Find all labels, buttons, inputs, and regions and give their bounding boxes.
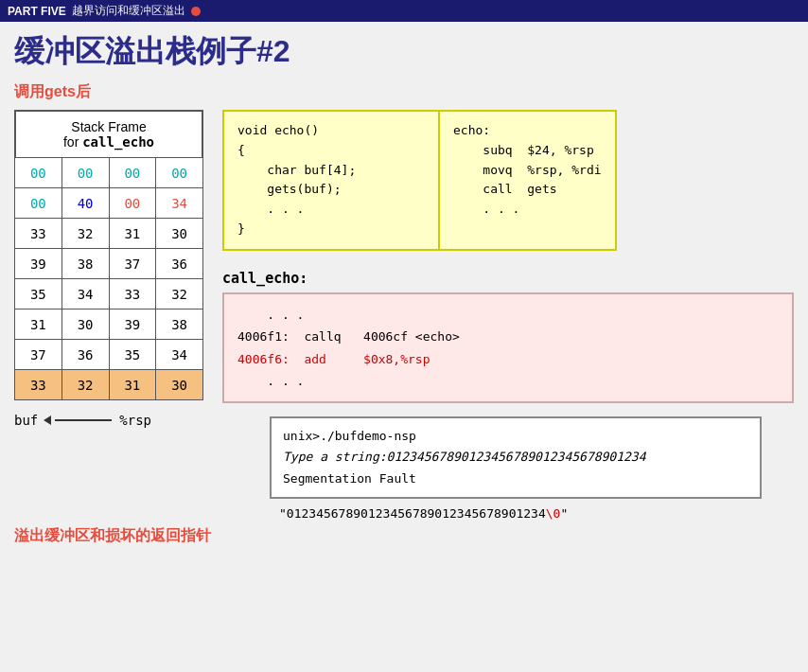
asm-line-2: subq $24, %rsp [453, 143, 594, 157]
part-label: PART FIVE [8, 5, 66, 18]
ce-line-3: 4006f6: add $0x8,%rsp [237, 352, 430, 366]
table-row: 31 30 39 38 [15, 309, 203, 340]
table-row: 39 38 37 36 [15, 249, 203, 279]
arrow-head-icon [44, 416, 51, 425]
string-prefix: "01234567890123456789012345678901234 [279, 506, 546, 521]
stack-cell: 32 [156, 279, 203, 309]
stack-cell: 38 [156, 309, 203, 340]
stack-cell-buf: 30 [156, 370, 203, 400]
stack-frame-title: Stack Frame for call_echo [14, 110, 203, 157]
asm-line-1: echo: [453, 123, 490, 137]
asm-line-3: movq %rsp, %rdi [453, 163, 602, 177]
code-panels-row: void echo() { char buf[4]; gets(buf); . … [222, 110, 794, 251]
top-banner: PART FIVE 越界访问和缓冲区溢出 [0, 0, 808, 22]
stack-cell: 34 [156, 340, 203, 370]
echo-line-1: void echo() [237, 123, 319, 137]
table-row: 35 34 33 32 [15, 279, 203, 309]
echo-line-4: gets(buf); [237, 182, 342, 196]
call-echo-label: call_echo: [222, 270, 794, 287]
stack-cell: 34 [61, 279, 109, 309]
call-echo-box: . . . 4006f1: callq 4006cf <echo> 4006f6… [222, 292, 794, 404]
stack-frame-title-sub: for call_echo [63, 134, 154, 150]
asm-line-4: call gets [453, 182, 557, 196]
stack-cell: 33 [15, 219, 62, 249]
buf-arrow-row: buf %rsp [14, 413, 260, 428]
stack-cell: 00 [15, 188, 62, 219]
asm-line-5: . . . [453, 202, 519, 216]
red-dot-icon [191, 7, 201, 16]
lower-left: buf %rsp [14, 407, 260, 428]
stack-cell: 36 [156, 249, 203, 279]
stack-cell: 30 [61, 309, 109, 340]
rsp-label: %rsp [119, 413, 151, 428]
echo-line-6: } [237, 221, 245, 236]
content-row: Stack Frame for call_echo 00 00 00 00 00… [14, 110, 794, 403]
table-row: 00 00 00 00 [15, 158, 203, 188]
terminal-line-1: unix>./bufdemo-nsp [283, 429, 416, 443]
stack-cell: 39 [15, 249, 62, 279]
bottom-caption: 溢出缓冲区和损坏的返回指针 [14, 526, 794, 546]
ce-line-2: 4006f1: callq 4006cf <echo> [237, 329, 460, 344]
table-row: 37 36 35 34 [15, 340, 203, 370]
stack-cell: 32 [61, 219, 109, 249]
string-line: "01234567890123456789012345678901234\0" [279, 506, 794, 521]
table-row-buf: 33 32 31 30 [15, 370, 203, 400]
stack-cell: 37 [15, 340, 62, 370]
echo-asm-box: echo: subq $24, %rsp movq %rsp, %rdi cal… [440, 110, 617, 251]
stack-frame-title-text: Stack Frame [71, 119, 146, 134]
stack-frame-container: Stack Frame for call_echo 00 00 00 00 00… [14, 110, 203, 400]
stack-cell: 33 [109, 279, 156, 309]
terminal-line-2: Type a string:01234567890123456789012345… [283, 450, 646, 464]
stack-cell: 40 [61, 188, 109, 219]
echo-line-5: . . . [237, 202, 304, 216]
echo-code-box: void echo() { char buf[4]; gets(buf); . … [222, 110, 440, 251]
lower-right: unix>./bufdemo-nsp Type a string:0123456… [260, 407, 794, 520]
stack-cell: 37 [109, 249, 156, 279]
stack-cell-buf: 31 [109, 370, 156, 400]
arrow-shaft [55, 419, 112, 421]
echo-line-3: char buf[4]; [237, 163, 356, 177]
stack-cell: 00 [109, 158, 156, 188]
stack-cell: 30 [156, 219, 203, 249]
string-null: \0 [546, 506, 561, 521]
stack-cell: 00 [156, 158, 203, 188]
stack-cell: 00 [15, 158, 62, 188]
stack-cell: 00 [61, 158, 109, 188]
stack-cell-buf: 32 [61, 370, 109, 400]
terminal-line-3: Segmentation Fault [283, 471, 416, 486]
arrow-line [44, 416, 112, 425]
ce-line-4: . . . [237, 374, 304, 388]
string-suffix: " [560, 506, 568, 521]
page-title: 缓冲区溢出栈例子#2 [14, 31, 794, 73]
main-content: 缓冲区溢出栈例子#2 调用gets后 Stack Frame for call_… [0, 22, 808, 556]
stack-cell: 36 [61, 340, 109, 370]
stack-cell: 35 [109, 340, 156, 370]
stack-cell: 00 [109, 188, 156, 219]
stack-table: 00 00 00 00 00 40 00 34 33 32 31 30 [14, 157, 203, 400]
stack-cell: 35 [15, 279, 62, 309]
terminal-box: unix>./bufdemo-nsp Type a string:0123456… [270, 416, 762, 498]
stack-cell: 38 [61, 249, 109, 279]
banner-description: 越界访问和缓冲区溢出 [72, 3, 185, 19]
subtitle: 调用gets后 [14, 82, 794, 102]
ce-line-1: . . . [237, 308, 304, 322]
stack-cell: 39 [109, 309, 156, 340]
stack-cell: 34 [156, 188, 203, 219]
lower-content: buf %rsp unix>./bufdemo-nsp Type a strin… [14, 407, 794, 520]
right-panels: void echo() { char buf[4]; gets(buf); . … [222, 110, 794, 403]
buf-label: buf [14, 413, 38, 428]
echo-line-2: { [237, 143, 245, 157]
stack-cell-buf: 33 [15, 370, 62, 400]
table-row: 00 40 00 34 [15, 188, 203, 219]
table-row: 33 32 31 30 [15, 219, 203, 249]
stack-cell: 31 [15, 309, 62, 340]
stack-cell: 31 [109, 219, 156, 249]
